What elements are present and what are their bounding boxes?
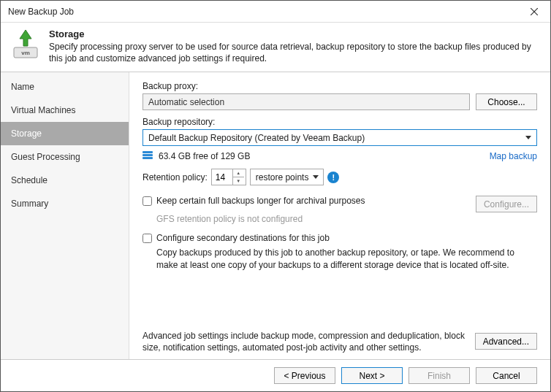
page-title: Storage — [49, 28, 542, 39]
map-backup-link[interactable]: Map backup — [490, 151, 537, 161]
proxy-label: Backup proxy: — [142, 81, 537, 91]
sidebar-item-storage[interactable]: Storage — [1, 122, 129, 145]
proxy-input[interactable]: Automatic selection — [142, 93, 470, 110]
advanced-desc: Advanced job settings include backup mod… — [142, 330, 466, 353]
storage-icon: vm — [10, 28, 42, 61]
titlebar: New Backup Job — [1, 1, 550, 23]
secondary-checkbox[interactable] — [142, 234, 152, 243]
sidebar-item-guest-processing[interactable]: Guest Processing — [1, 145, 129, 169]
repo-select[interactable]: Default Backup Repository (Created by Ve… — [142, 129, 537, 146]
footer: < Previous Next > Finish Cancel — [1, 359, 550, 391]
cancel-button[interactable]: Cancel — [476, 367, 537, 384]
keep-full-row[interactable]: Keep certain full backups longer for arc… — [142, 196, 476, 206]
retention-unit-select[interactable]: restore points — [250, 169, 324, 185]
retention-input[interactable] — [212, 172, 232, 183]
secondary-desc: Copy backups produced by this job to ano… — [156, 247, 537, 270]
dialog-window: New Backup Job vm Storage Specify proces… — [0, 0, 551, 392]
sidebar: Name Virtual Machines Storage Guest Proc… — [1, 72, 129, 359]
configure-button: Configure... — [476, 196, 537, 212]
header: vm Storage Specify processing proxy serv… — [1, 23, 550, 72]
header-text: Storage Specify processing proxy server … — [49, 28, 542, 64]
keep-full-checkbox[interactable] — [142, 196, 152, 206]
retention-label: Retention policy: — [142, 172, 208, 182]
gfs-note: GFS retention policy is not configured — [156, 214, 537, 224]
secondary-label: Configure secondary destinations for thi… — [156, 233, 330, 243]
repo-free-text: 63.4 GB free of 129 GB — [159, 151, 250, 161]
retention-spinner[interactable]: ▲ ▼ — [211, 169, 246, 185]
next-button[interactable]: Next > — [341, 367, 403, 384]
repo-label: Backup repository: — [142, 117, 537, 127]
choose-button[interactable]: Choose... — [476, 93, 537, 110]
main-panel: Backup proxy: Automatic selection Choose… — [129, 72, 550, 359]
finish-button: Finish — [408, 367, 470, 384]
keep-full-label: Keep certain full backups longer for arc… — [156, 196, 365, 206]
sidebar-item-schedule[interactable]: Schedule — [1, 169, 129, 192]
spinner-down-icon[interactable]: ▼ — [233, 177, 244, 185]
repo-status: 63.4 GB free of 129 GB Map backup — [142, 151, 537, 161]
sidebar-item-name[interactable]: Name — [1, 75, 129, 99]
retention-row: Retention policy: ▲ ▼ restore points ! — [142, 169, 537, 185]
close-icon[interactable] — [518, 1, 550, 23]
disk-icon — [142, 151, 153, 161]
svg-text:vm: vm — [21, 50, 30, 56]
info-icon[interactable]: ! — [327, 172, 339, 183]
sidebar-item-virtual-machines[interactable]: Virtual Machines — [1, 99, 129, 122]
spinner-up-icon[interactable]: ▲ — [233, 169, 244, 177]
page-description: Specify processing proxy server to be us… — [49, 41, 542, 64]
window-title: New Backup Job — [8, 7, 74, 17]
body: Name Virtual Machines Storage Guest Proc… — [1, 72, 550, 359]
advanced-button[interactable]: Advanced... — [475, 333, 537, 350]
sidebar-item-summary[interactable]: Summary — [1, 192, 129, 215]
secondary-row[interactable]: Configure secondary destinations for thi… — [142, 233, 537, 243]
previous-button[interactable]: < Previous — [274, 367, 335, 384]
